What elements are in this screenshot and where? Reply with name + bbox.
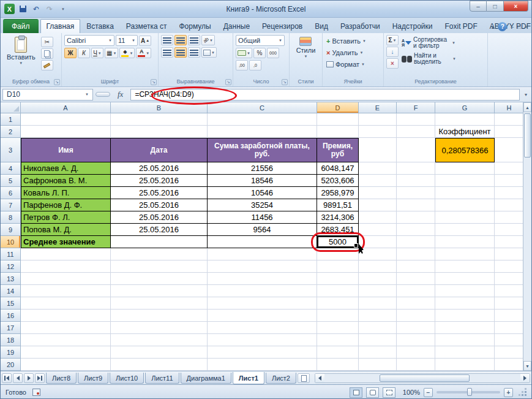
column-header-B[interactable]: B [111,102,208,113]
horizontal-scrollbar[interactable] [315,373,530,383]
cell-D1[interactable] [317,113,359,126]
sheet-tab-list2[interactable]: Лист2 [266,373,296,384]
cell-H16[interactable] [495,310,524,322]
cell-G8[interactable] [435,211,495,224]
first-sheet-button[interactable] [2,373,12,383]
number-format-combo[interactable]: Общий ▼ [236,35,285,46]
tab-page-layout[interactable]: Разметка ст [120,19,173,33]
cell-A17[interactable] [21,322,111,334]
cell-B3[interactable]: Дата [111,138,208,162]
cell-D2[interactable] [317,126,359,138]
cell-D14[interactable] [317,285,359,297]
cell-B12[interactable] [111,260,208,273]
sheet-tab-list11[interactable]: Лист11 [145,373,179,384]
find-select-button[interactable]: Найти и выделить ▼ [400,52,457,66]
cell-C6[interactable]: 10546 [208,187,317,199]
cell-B7[interactable]: 25.05.2016 [111,199,208,211]
zoom-out-button[interactable]: − [424,388,433,397]
scroll-up-icon[interactable]: ▲ [523,102,531,112]
cell-C4[interactable]: 21556 [208,162,317,175]
insert-function-button[interactable]: fx [113,89,128,99]
cell-E11[interactable] [359,248,397,260]
expand-formula-bar-icon[interactable]: ▾ [522,92,530,97]
align-middle-button[interactable] [174,35,187,45]
row-header-12[interactable]: 12 [1,260,21,273]
tab-data[interactable]: Данные [217,19,256,33]
cell-E14[interactable] [359,285,397,297]
insert-cells-button[interactable]: + Вставить ▼ [325,35,381,47]
cell-C10[interactable] [208,236,317,248]
cell-H13[interactable] [495,273,524,285]
workbook-close-icon[interactable]: × [525,24,528,30]
vertical-scrollbar[interactable]: ▲ ▼ [523,102,531,371]
cell-B10[interactable] [111,236,208,248]
cell-C20[interactable] [208,359,317,371]
cell-G2[interactable]: Коэффициент [435,126,495,138]
cell-H9[interactable] [495,224,524,236]
cell-E1[interactable] [359,113,397,126]
orientation-button[interactable]: ab▼ [201,35,215,45]
cell-D17[interactable] [317,322,359,334]
cell-H11[interactable] [495,248,524,260]
tab-file[interactable]: Файл [3,19,39,33]
cell-A11[interactable] [21,248,111,260]
cell-A18[interactable] [21,334,111,346]
cell-F11[interactable] [397,248,435,260]
tab-view[interactable]: Вид [309,19,334,33]
align-bottom-button[interactable] [188,35,200,45]
cell-D4[interactable]: 6048,147 [317,162,359,175]
minimize-button[interactable]: – [470,1,487,12]
cell-A6[interactable]: Коваль Л. П. [21,187,111,199]
cell-F1[interactable] [397,113,435,126]
cell-A1[interactable] [21,113,111,126]
cell-H10[interactable] [495,236,524,248]
tab-foxit-pdf[interactable]: Foxit PDF [439,19,484,33]
cell-E7[interactable] [359,199,397,211]
cell-C14[interactable] [208,285,317,297]
cell-G9[interactable] [435,224,495,236]
cell-D10[interactable]: 5000 [317,236,359,248]
align-right-button[interactable] [188,47,200,58]
cell-H15[interactable] [495,297,524,310]
cell-F14[interactable] [397,285,435,297]
cell-H20[interactable] [495,359,524,371]
row-header-20[interactable]: 20 [1,359,21,371]
cell-B5[interactable]: 25.05.2016 [111,175,208,187]
cell-B18[interactable] [111,334,208,346]
cell-G15[interactable] [435,297,495,310]
workbook-restore-icon[interactable]: □ [517,24,520,30]
cell-C19[interactable] [208,346,317,359]
cell-H5[interactable] [495,175,524,187]
cell-A10[interactable]: Среднее значение [21,236,111,248]
cell-B6[interactable]: 25.05.2016 [111,187,208,199]
horizontal-scroll-thumb[interactable] [380,374,470,382]
cell-A20[interactable] [21,359,111,371]
next-sheet-button[interactable] [24,373,34,383]
row-header-18[interactable]: 18 [1,334,21,346]
cell-C1[interactable] [208,113,317,126]
cell-A14[interactable] [21,285,111,297]
column-header-H[interactable]: H [495,102,524,113]
help-icon[interactable]: ? [498,22,507,31]
grow-font-button[interactable]: А▲ [139,36,151,46]
cell-F20[interactable] [397,359,435,371]
cell-H18[interactable] [495,334,524,346]
cell-D19[interactable] [317,346,359,359]
cell-H7[interactable] [495,199,524,211]
accounting-format-button[interactable]: ▼ [236,48,252,58]
cell-C11[interactable] [208,248,317,260]
align-top-button[interactable] [161,35,173,45]
cell-E2[interactable] [359,126,397,138]
cell-E19[interactable] [359,346,397,359]
cell-G16[interactable] [435,310,495,322]
cell-G1[interactable] [435,113,495,126]
column-header-G[interactable]: G [435,102,495,113]
cell-D13[interactable] [317,273,359,285]
cell-C17[interactable] [208,322,317,334]
format-painter-button[interactable] [41,60,53,70]
row-header-4[interactable]: 4 [1,162,21,175]
font-color-button[interactable]: А ▼ [136,48,151,58]
cell-D16[interactable] [317,310,359,322]
align-center-button[interactable] [174,47,187,58]
excel-logo-icon[interactable]: X [4,4,15,14]
